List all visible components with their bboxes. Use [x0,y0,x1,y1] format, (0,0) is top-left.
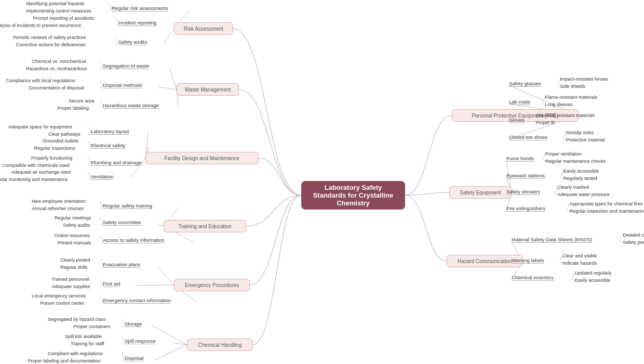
branch-emergency: Emergency Procedures [174,279,250,291]
leaf-node: Adequate air exchange rates [11,170,71,175]
svg-line-51 [173,343,187,345]
leaf-node: Appropriate types for chemical fires [569,201,642,206]
leaf-node: Detailed chemical information [623,232,644,238]
leaf-node: Regular inspection and maintenance [569,209,644,214]
subtopic: Incident reporting [118,20,156,26]
branch-training: Training and Education [164,220,246,232]
leaf-node: Protective material [566,137,605,142]
leaf-node: Safety precautions [623,240,644,245]
leaf-node: Impact-resistant lenses [560,76,608,82]
leaf-node: Compliant with regulations [48,351,103,356]
leaf-node: Adequate supplies [52,284,90,289]
leaf-node: Safety audits [63,223,90,228]
subtopic: Disposal [125,355,143,361]
leaf-node: Regularly tested [564,176,597,181]
subtopic: Spill response [125,338,156,344]
svg-line-6 [164,29,174,44]
leaf-node: Annual refresher courses [32,206,84,211]
leaf-node: Spill kits available [65,334,102,339]
leaf-node: Long sleeves [545,102,572,107]
subtopic: Emergency contact information [103,297,171,304]
subtopic: Access to safety information [103,237,165,243]
subtopic: Lab coats [509,99,530,105]
leaf-node: Proper containers [74,324,111,329]
subtopic: Segregation of waste [103,63,149,69]
subtopic: Disposal methods [103,82,142,88]
leaf-node: Clearly marked [557,185,589,190]
leaf-node: Poison control center [41,301,85,306]
leaf-node: Easily accessible [564,168,599,174]
leaf-node: Corrective actions for deficiencies [16,42,86,47]
svg-line-33 [157,224,164,226]
leaf-node: Printed manuals [58,240,91,245]
svg-line-12 [157,87,177,89]
leaf-node: Proper labeling [58,106,89,111]
leaf-node: Compatible with chemicals used [3,163,70,168]
subtopic: Gloves [509,117,525,123]
leaf-node: Adequate space for equipment [8,124,72,129]
svg-line-42 [136,285,174,285]
leaf-node: Chemical vs. nonchemical [32,59,86,64]
svg-line-39 [157,266,174,285]
subtopic: Material Safety Data Sheets (MSDS) [512,237,592,243]
branch-waste: Waste Management [177,83,239,96]
leaf-node: Adequate water pressure [557,192,610,197]
subtopic: Safety glasses [509,81,541,87]
leaf-node: Clear pathways [48,132,81,137]
leaf-node: Hazardous vs. nonhazardous [26,66,87,71]
svg-line-54 [155,345,187,360]
leaf-node: Easily accessible [574,278,610,283]
subtopic: Safety showers [506,189,540,195]
leaf-node: Periodic reviews of safety practices [13,35,86,40]
subtopic: Storage [125,321,142,327]
leaf-node: Chemical-resistant materials [536,113,595,118]
leaf-node: Updated regularly [574,270,611,276]
leaf-node: Clearly posted [60,257,90,263]
leaf-node: Documentation of disposal [29,85,84,90]
subtopic: Evacuation plans [103,262,140,268]
svg-line-9 [169,68,177,89]
leaf-node: Secure area [69,98,95,103]
leaf-node: Regular monitoring and maintenance [0,177,68,182]
subtopic: Regular risk assessments [112,5,168,11]
leaf-node: Local emergency services [32,293,86,298]
subtopic: Fire extinguishers [506,205,545,212]
subtopic: Warning labels [512,257,544,264]
center-node: Laboratory Safety Standards for Crystall… [301,181,405,210]
leaf-node: Segregated by hazard class [48,317,106,322]
subtopic: Hazardous waste storage [103,102,159,109]
subtopic: Safety committee [103,219,141,226]
branch-chemical: Chemical Handling [187,339,253,351]
leaf-node: Training for staff [71,341,104,346]
subtopic: Fume hoods [506,155,534,162]
leaf-node: Prompt reporting of accidents [33,16,95,21]
leaf-node: Regular drills [60,265,88,270]
leaf-node: New employee orientation [32,199,86,204]
leaf-node: Nonslip soles [566,130,594,135]
subtopic: Closed-toe shoes [509,134,547,140]
leaf-node: Analysis of incidents to prevent recurre… [0,23,81,28]
leaf-node: Proper ventilation [545,151,582,157]
leaf-node: Regular meetings [55,215,91,220]
leaf-node: Compliance with local regulations [6,78,76,83]
branch-facility: Facility Design and Maintenance [145,152,259,164]
leaf-node: Clear and visible [562,253,597,258]
leaf-node: Identifying potential hazards [26,1,85,6]
subtopic: Ventilation [91,174,114,180]
leaf-node: Flame-resistant materials [545,95,597,100]
leaf-node: Indicate hazards [562,261,597,266]
branch-risk: Risk Assessment [174,22,233,35]
leaf-node: Properly functioning [31,155,73,161]
subtopic: Laboratory layout [91,128,129,135]
leaf-node: Side shields [560,84,585,89]
subtopic: Electrical safety [91,142,126,149]
leaf-node: Implementing control measures [26,8,92,14]
subtopic: Safety audits [118,39,147,45]
subtopic: Chemical inventory [512,275,554,281]
subtopic: Regular safety training [103,203,152,209]
leaf-node: Proper labeling and documentation [28,358,101,363]
branch-safety-equip: Safety Equipment [449,186,512,199]
leaf-node: Regular maintenance checks [545,159,606,164]
subtopic: Eyewash stations [506,173,545,179]
subtopic: First aid [103,281,120,287]
